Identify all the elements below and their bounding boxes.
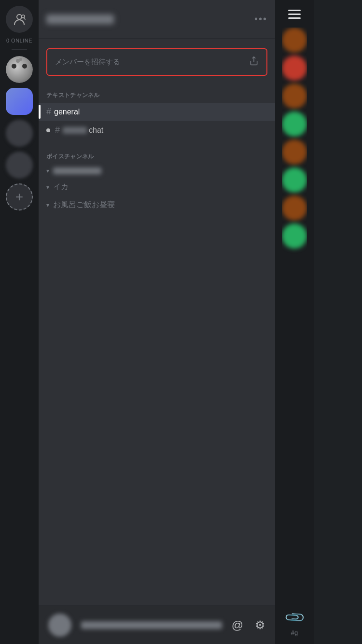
bottom-icons: @ ⚙ [232, 618, 265, 632]
channel-chat[interactable]: # chat [39, 121, 275, 139]
server-name [46, 14, 114, 24]
member-avatar-6[interactable] [282, 168, 307, 193]
voice-channel-ika[interactable]: ▾ イカ [39, 178, 275, 196]
channel-name-chat: chat [89, 126, 103, 135]
channel-name-general: general [54, 108, 80, 116]
blurry-server-3[interactable] [6, 152, 33, 179]
share-icon [249, 56, 259, 68]
member-avatar-2[interactable] [282, 56, 307, 81]
member-avatar-5[interactable] [282, 140, 307, 165]
text-channel-header: テキストチャンネル [39, 84, 275, 102]
channel-content: メンバーを招待する テキストチャンネル # general # chat ボイス… [39, 39, 275, 605]
sidebar-divider [12, 49, 27, 50]
add-server-button[interactable]: + [6, 183, 33, 210]
member-avatar-4[interactable] [282, 112, 307, 137]
bottom-user-bar: @ ⚙ [39, 605, 275, 644]
mention-icon[interactable]: @ [232, 618, 243, 632]
server-sidebar: 0 ONLINE + [0, 0, 39, 644]
more-options-icon[interactable]: ••• [254, 14, 267, 25]
channel-general[interactable]: # general [39, 103, 275, 121]
invite-text: メンバーを招待する [55, 57, 120, 67]
channel-tag-label: #g [291, 629, 298, 636]
hamburger-line-1 [288, 10, 301, 11]
blurry-server-2[interactable] [6, 120, 33, 147]
chevron-down-icon-1: ▾ [46, 168, 49, 174]
clip-icon[interactable]: 📎 [283, 605, 306, 629]
username [81, 621, 222, 629]
channel-header: ••• [39, 0, 275, 39]
hamburger-line-3 [288, 17, 301, 19]
chevron-down-icon-2: ▾ [46, 184, 49, 191]
blurry-server-1[interactable] [6, 56, 33, 83]
voice-channel-header: ボイスチャンネル [39, 145, 275, 164]
hash-icon-2: # [55, 125, 60, 135]
online-count: 0 ONLINE [6, 38, 32, 43]
member-avatar-3[interactable] [282, 84, 307, 109]
channel-sidebar: ••• メンバーを招待する テキストチャンネル # general # chat [39, 0, 275, 644]
active-server-icon[interactable] [6, 88, 33, 115]
blurred-channel-prefix [63, 127, 87, 134]
svg-point-0 [17, 14, 22, 19]
voice-channel-name-ika: イカ [53, 182, 69, 192]
chevron-down-icon-3: ▾ [46, 202, 49, 209]
member-avatar-1[interactable] [282, 28, 307, 53]
member-avatar-8[interactable] [282, 224, 307, 249]
voice-channel-bath[interactable]: ▾ お風呂ご飯お昼寝 [39, 196, 275, 214]
hamburger-line-2 [288, 14, 301, 15]
voice-channel-name-bath: お風呂ご飯お昼寝 [53, 200, 115, 210]
hamburger-menu[interactable] [284, 6, 305, 23]
user-avatar [48, 614, 71, 637]
voice-channel-blurred[interactable]: ▾ [39, 164, 275, 178]
unread-dot [46, 128, 50, 132]
member-avatar-7[interactable] [282, 196, 307, 221]
hash-icon: # [46, 107, 51, 117]
settings-icon[interactable]: ⚙ [255, 618, 265, 632]
members-list [282, 28, 307, 604]
invite-members-button[interactable]: メンバーを招待する [46, 48, 267, 76]
user-server-icon[interactable] [6, 6, 33, 33]
blurred-voice-name [53, 168, 101, 174]
right-bar: 📎 #g [275, 0, 314, 644]
